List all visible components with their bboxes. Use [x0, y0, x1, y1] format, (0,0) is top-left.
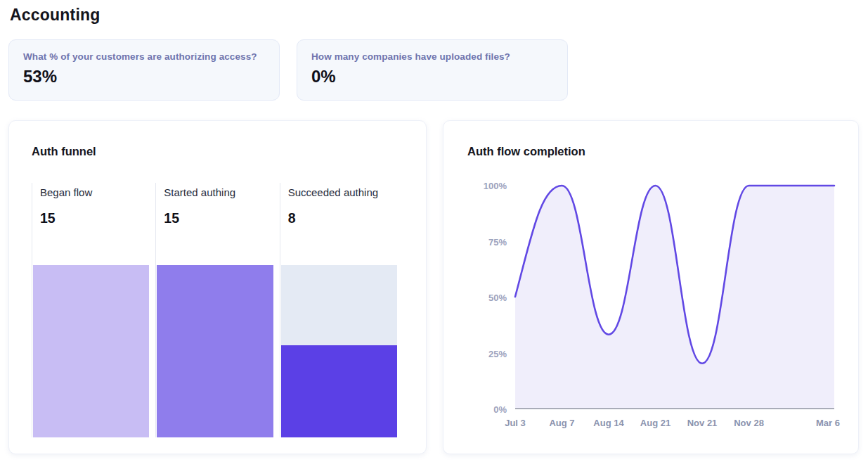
page-title: Accounting	[10, 6, 868, 25]
x-axis-tick: Jul 3	[505, 418, 526, 428]
stat-value: 0%	[311, 67, 553, 86]
auth-funnel-chart: Began flow15Started authing15Succeeded a…	[32, 183, 403, 437]
completion-area-fill	[515, 186, 834, 408]
y-axis-tick: 75%	[488, 236, 507, 247]
stat-value: 53%	[23, 67, 265, 86]
x-axis: Jul 3Aug 7Aug 14Aug 21Nov 21Nov 28Mar 6	[515, 409, 834, 436]
x-axis-tick: Aug 14	[593, 418, 623, 428]
x-axis-tick: Aug 7	[549, 418, 574, 428]
x-axis-tick: Nov 21	[687, 418, 718, 428]
stat-card-authorizing-access: What % of your customers are authorizing…	[8, 39, 280, 101]
auth-flow-completion-card: Auth flow completion 100%75%50%25%0% Jul…	[443, 120, 859, 454]
y-axis-tick: 0%	[493, 404, 507, 415]
funnel-step: Succeeded authing8	[280, 183, 403, 437]
funnel-bar	[281, 345, 397, 437]
x-axis-tick: Mar 6	[816, 418, 840, 428]
stat-card-uploaded-files: How many companies have uploaded files? …	[297, 39, 568, 101]
plot-column: Jul 3Aug 7Aug 14Aug 21Nov 21Nov 28Mar 6	[515, 186, 834, 436]
funnel-step-value: 8	[288, 210, 403, 226]
funnel-bar-track	[281, 265, 397, 437]
plot-area	[515, 186, 834, 409]
charts-row: Auth funnel Began flow15Started authing1…	[8, 120, 868, 454]
auth-funnel-card: Auth funnel Began flow15Started authing1…	[8, 120, 427, 454]
auth-funnel-title: Auth funnel	[32, 145, 403, 158]
funnel-step-value: 15	[164, 210, 279, 226]
funnel-step-value: 15	[40, 210, 155, 226]
funnel-step-label: Started authing	[164, 186, 279, 198]
stats-row: What % of your customers are authorizing…	[8, 39, 868, 101]
stat-question: How many companies have uploaded files?	[311, 51, 553, 62]
stat-question: What % of your customers are authorizing…	[23, 51, 265, 62]
funnel-step: Started authing15	[155, 183, 279, 437]
funnel-bar-track	[157, 265, 273, 437]
x-axis-tick: Nov 28	[734, 418, 764, 428]
funnel-step-label: Succeeded authing	[288, 186, 403, 198]
funnel-bar	[33, 265, 149, 437]
y-axis-tick: 25%	[488, 348, 507, 359]
x-axis-tick: Aug 21	[640, 418, 671, 428]
y-axis-tick: 100%	[484, 181, 507, 191]
funnel-bar	[157, 265, 273, 437]
completion-line-svg	[515, 186, 834, 408]
funnel-step-label: Began flow	[40, 186, 155, 198]
accounting-dashboard: Accounting What % of your customers are …	[0, 0, 868, 454]
auth-flow-completion-chart: 100%75%50%25%0% Jul 3Aug 7Aug 14Aug 21No…	[467, 186, 834, 436]
auth-flow-completion-title: Auth flow completion	[467, 145, 834, 158]
y-axis-tick: 50%	[488, 293, 507, 303]
y-axis: 100%75%50%25%0%	[467, 186, 515, 409]
funnel-step: Began flow15	[32, 183, 155, 437]
funnel-bar-track	[33, 265, 149, 437]
